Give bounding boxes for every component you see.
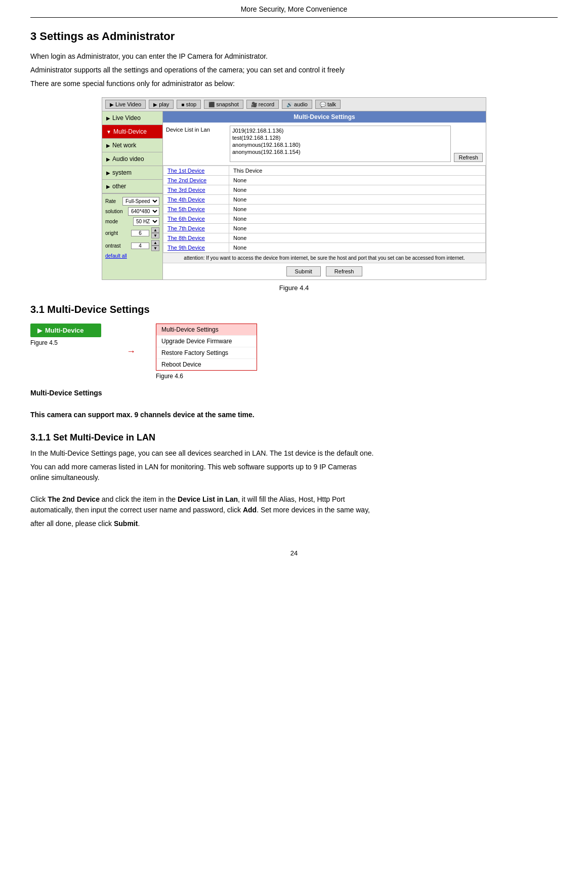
resolution-label: solution <box>105 209 126 214</box>
section311-para3-text: online simultaneously. <box>30 473 100 481</box>
contrast-input[interactable] <box>131 243 149 249</box>
multi-device-btn-label: Multi-Device <box>45 327 84 334</box>
record-button[interactable]: 🎥 record <box>246 100 279 109</box>
device-5th[interactable]: The 5th Device <box>163 205 229 214</box>
audio-button[interactable]: 🔊 audio <box>282 100 312 109</box>
multi-device-title: Multi-Device Settings <box>293 113 355 120</box>
camera-toolbar: ▶ Live Video ▶ play ■ stop ⬛ snapshot 🎥 <box>102 98 486 111</box>
device-6th[interactable]: The 6th Device <box>163 214 229 224</box>
contrast-row: ontrast ▲ ▼ <box>105 240 159 251</box>
resolution-row: solution 640*480 <box>105 207 159 216</box>
device-list-box[interactable]: J019(192.168.1.136) test(192.168.1.128) … <box>230 126 451 162</box>
sidebar-item-live-video[interactable]: ▶ Live Video <box>102 111 162 125</box>
device-3rd-value: None <box>229 185 486 195</box>
live-video-label: Live Video <box>115 101 141 107</box>
section311-para5: after all done, please click Submit. <box>30 518 558 529</box>
multi-device-settings-strong: Multi-Device Settings <box>30 389 102 397</box>
figure-4-4-container: ▶ Live Video ▶ play ■ stop ⬛ snapshot 🎥 <box>30 97 558 292</box>
table-row: The 4th Device None <box>163 195 486 205</box>
stop-label: stop <box>186 101 196 107</box>
sidebar-item-other[interactable]: ▶ other <box>102 180 162 193</box>
contrast-arrows: ▲ ▼ <box>151 240 159 251</box>
device-8th-value: None <box>229 233 486 243</box>
dropdown-item-restore[interactable]: Restore Factory Settings <box>156 347 257 359</box>
refresh-bottom-button[interactable]: Refresh <box>326 266 363 276</box>
attention-text: attention: If you want to access the dev… <box>184 255 465 261</box>
sidebar-item-audio-video[interactable]: ▶ Audio video <box>102 152 162 166</box>
submit-button[interactable]: Submit <box>286 266 321 276</box>
device-item-3[interactable]: anonymous(192.168.1.154) <box>231 148 449 155</box>
bright-label: oright <box>105 230 129 236</box>
attention-row: attention: If you want to access the dev… <box>163 253 486 263</box>
device-item-0[interactable]: J019(192.168.1.136) <box>231 127 449 134</box>
dropdown-item-firmware[interactable]: Upgrade Device Firmware <box>156 336 257 347</box>
dropdown-item-multi-device[interactable]: Multi-Device Settings <box>156 324 257 336</box>
device-9th[interactable]: The 9th Device <box>163 243 229 253</box>
intro1: When login as Administrator, you can ent… <box>30 51 558 62</box>
section311-para4: Click The 2nd Device and click the item … <box>30 494 558 515</box>
contrast-down[interactable]: ▼ <box>151 246 159 251</box>
rate-row: Rate Full-Speed <box>105 197 159 206</box>
section311-para2: You can add more cameras listed in LAN f… <box>30 462 558 483</box>
section311-para1: In the Multi-Device Settings page, you c… <box>30 448 558 459</box>
dropdown-menu: Multi-Device Settings Upgrade Device Fir… <box>156 324 257 371</box>
section-3: 3 Settings as Administrator When login a… <box>30 30 558 292</box>
table-row: The 5th Device None <box>163 205 486 214</box>
device-1st-value: This Device <box>229 166 486 176</box>
play-icon: ▶ <box>110 102 114 107</box>
device-4th[interactable]: The 4th Device <box>163 195 229 205</box>
refresh-device-list-button[interactable]: Refresh <box>454 153 483 162</box>
camera-controls: Rate Full-Speed solution 640*480 <box>102 193 162 262</box>
bright-arrows: ▲ ▼ <box>151 227 159 238</box>
multi-device-header: Multi-Device Settings <box>163 111 486 123</box>
mode-row: mode 50 HZ <box>105 217 159 226</box>
table-row: The 3rd Device None <box>163 185 486 195</box>
device-9th-value: None <box>229 243 486 253</box>
stop-button[interactable]: ■ stop <box>177 100 201 109</box>
multi-device-button[interactable]: ▶ Multi-Device <box>30 324 101 337</box>
device-item-2[interactable]: anonymous(192.168.1.180) <box>231 141 449 148</box>
device-item-1[interactable]: test(192.168.1.128) <box>231 134 449 141</box>
table-row: The 2nd Device None <box>163 176 486 185</box>
device-6th-value: None <box>229 214 486 224</box>
page-header: More Security, More Convenience <box>30 0 558 18</box>
bright-input[interactable] <box>131 230 149 236</box>
sidebar-item-system[interactable]: ▶ system <box>102 166 162 180</box>
sidebar-live-label: Live Video <box>112 114 141 122</box>
para4-end: . Set more devices in the same way, <box>257 506 370 514</box>
snapshot-button[interactable]: ⬛ snapshot <box>204 100 243 109</box>
device-7th[interactable]: The 7th Device <box>163 224 229 233</box>
device-8th[interactable]: The 8th Device <box>163 233 229 243</box>
live-video-button[interactable]: ▶ Live Video <box>105 100 146 109</box>
snapshot-icon: ⬛ <box>208 102 215 107</box>
snapshot-label: snapshot <box>216 101 239 107</box>
resolution-select[interactable]: 640*480 <box>128 207 159 216</box>
device-2nd[interactable]: The 2nd Device <box>163 176 229 185</box>
arrow-icon2: ▼ <box>106 129 111 135</box>
intro3: There are some special functions only fo… <box>30 78 558 89</box>
figures-row: ▶ Multi-Device Figure 4.5 → Multi-Device… <box>30 324 558 380</box>
device-1st[interactable]: The 1st Device <box>163 166 229 176</box>
play-button[interactable]: ▶ play <box>149 100 174 109</box>
section-3-1-1: 3.1.1 Set Multi-Device in LAN In the Mul… <box>30 432 558 529</box>
talk-button[interactable]: 💬 talk <box>315 100 341 109</box>
para4-bold1: The 2nd Device <box>48 495 100 503</box>
camera-ui: ▶ Live Video ▶ play ■ stop ⬛ snapshot 🎥 <box>102 97 486 280</box>
device-table: The 1st Device This Device The 2nd Devic… <box>163 166 486 253</box>
bright-up[interactable]: ▲ <box>151 227 159 233</box>
sidebar-item-network[interactable]: ▶ Net work <box>102 139 162 152</box>
sidebar-item-multi-device[interactable]: ▼ Multi-Device <box>102 125 162 139</box>
contrast-up[interactable]: ▲ <box>151 240 159 246</box>
play-icon2: ▶ <box>153 102 157 107</box>
camera-sidebar: ▶ Live Video ▼ Multi-Device ▶ Net work ▶… <box>102 111 163 279</box>
multi-device-settings-label: Multi-Device Settings <box>30 388 558 398</box>
stop-icon: ■ <box>181 102 184 107</box>
device-3rd[interactable]: The 3rd Device <box>163 185 229 195</box>
rate-select[interactable]: Full-Speed <box>122 197 159 206</box>
bright-down[interactable]: ▼ <box>151 233 159 238</box>
dropdown-item-reboot[interactable]: Reboot Device <box>156 359 257 370</box>
mode-select[interactable]: 50 HZ <box>133 217 159 226</box>
figure-4-5-item: ▶ Multi-Device Figure 4.5 <box>30 324 101 346</box>
bright-row: oright ▲ ▼ <box>105 227 159 238</box>
default-all-link[interactable]: default all <box>105 253 127 259</box>
